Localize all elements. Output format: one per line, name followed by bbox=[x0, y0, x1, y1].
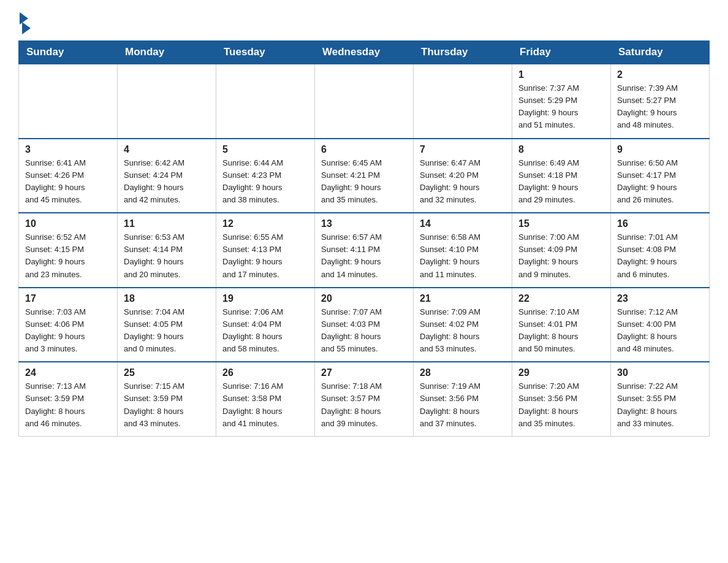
day-info: Sunrise: 6:52 AM Sunset: 4:15 PM Dayligh… bbox=[25, 231, 111, 281]
weekday-header-saturday: Saturday bbox=[611, 41, 710, 64]
day-info: Sunrise: 6:50 AM Sunset: 4:17 PM Dayligh… bbox=[617, 157, 703, 207]
calendar-week-row: 3Sunrise: 6:41 AM Sunset: 4:26 PM Daylig… bbox=[19, 139, 710, 213]
day-number: 16 bbox=[617, 218, 703, 229]
day-number: 27 bbox=[321, 367, 407, 378]
day-info: Sunrise: 7:13 AM Sunset: 3:59 PM Dayligh… bbox=[25, 380, 111, 430]
day-number: 30 bbox=[617, 367, 703, 378]
day-info: Sunrise: 6:47 AM Sunset: 4:20 PM Dayligh… bbox=[420, 157, 506, 207]
day-number: 11 bbox=[124, 218, 210, 229]
calendar-day-cell bbox=[118, 64, 216, 139]
calendar-day-cell: 20Sunrise: 7:07 AM Sunset: 4:03 PM Dayli… bbox=[315, 288, 414, 362]
day-info: Sunrise: 6:41 AM Sunset: 4:26 PM Dayligh… bbox=[25, 157, 111, 207]
weekday-header-thursday: Thursday bbox=[414, 41, 512, 64]
day-number: 29 bbox=[518, 367, 604, 378]
day-number: 1 bbox=[518, 69, 604, 80]
day-info: Sunrise: 6:57 AM Sunset: 4:11 PM Dayligh… bbox=[321, 231, 407, 281]
day-info: Sunrise: 7:06 AM Sunset: 4:04 PM Dayligh… bbox=[222, 306, 308, 356]
calendar-day-cell: 22Sunrise: 7:10 AM Sunset: 4:01 PM Dayli… bbox=[512, 288, 611, 362]
day-number: 4 bbox=[124, 144, 210, 155]
day-info: Sunrise: 6:55 AM Sunset: 4:13 PM Dayligh… bbox=[222, 231, 308, 281]
day-info: Sunrise: 7:19 AM Sunset: 3:56 PM Dayligh… bbox=[420, 380, 506, 430]
day-info: Sunrise: 7:22 AM Sunset: 3:55 PM Dayligh… bbox=[617, 380, 703, 430]
calendar-day-cell: 30Sunrise: 7:22 AM Sunset: 3:55 PM Dayli… bbox=[611, 362, 710, 436]
day-info: Sunrise: 6:58 AM Sunset: 4:10 PM Dayligh… bbox=[420, 231, 506, 281]
calendar-day-cell: 18Sunrise: 7:04 AM Sunset: 4:05 PM Dayli… bbox=[118, 288, 216, 362]
day-number: 24 bbox=[25, 367, 111, 378]
calendar-day-cell: 10Sunrise: 6:52 AM Sunset: 4:15 PM Dayli… bbox=[19, 213, 118, 288]
day-info: Sunrise: 7:01 AM Sunset: 4:08 PM Dayligh… bbox=[617, 231, 703, 281]
day-info: Sunrise: 6:42 AM Sunset: 4:24 PM Dayligh… bbox=[124, 157, 210, 207]
day-info: Sunrise: 6:44 AM Sunset: 4:23 PM Dayligh… bbox=[222, 157, 308, 207]
calendar-day-cell: 9Sunrise: 6:50 AM Sunset: 4:17 PM Daylig… bbox=[611, 139, 710, 213]
calendar-day-cell: 7Sunrise: 6:47 AM Sunset: 4:20 PM Daylig… bbox=[414, 139, 512, 213]
day-info: Sunrise: 7:15 AM Sunset: 3:59 PM Dayligh… bbox=[124, 380, 210, 430]
day-number: 21 bbox=[420, 293, 506, 304]
calendar-week-row: 1Sunrise: 7:37 AM Sunset: 5:29 PM Daylig… bbox=[19, 64, 710, 139]
calendar-day-cell: 17Sunrise: 7:03 AM Sunset: 4:06 PM Dayli… bbox=[19, 288, 118, 362]
calendar-day-cell: 23Sunrise: 7:12 AM Sunset: 4:00 PM Dayli… bbox=[611, 288, 710, 362]
day-info: Sunrise: 6:53 AM Sunset: 4:14 PM Dayligh… bbox=[124, 231, 210, 281]
calendar-week-row: 17Sunrise: 7:03 AM Sunset: 4:06 PM Dayli… bbox=[19, 288, 710, 362]
day-number: 19 bbox=[222, 293, 308, 304]
day-info: Sunrise: 7:18 AM Sunset: 3:57 PM Dayligh… bbox=[321, 380, 407, 430]
day-number: 26 bbox=[222, 367, 308, 378]
day-info: Sunrise: 7:20 AM Sunset: 3:56 PM Dayligh… bbox=[518, 380, 604, 430]
calendar-week-row: 10Sunrise: 6:52 AM Sunset: 4:15 PM Dayli… bbox=[19, 213, 710, 288]
day-info: Sunrise: 7:10 AM Sunset: 4:01 PM Dayligh… bbox=[518, 306, 604, 356]
day-number: 7 bbox=[420, 144, 506, 155]
day-number: 23 bbox=[617, 293, 703, 304]
logo bbox=[18, 12, 33, 34]
day-number: 6 bbox=[321, 144, 407, 155]
calendar-day-cell: 4Sunrise: 6:42 AM Sunset: 4:24 PM Daylig… bbox=[118, 139, 216, 213]
calendar-day-cell: 6Sunrise: 6:45 AM Sunset: 4:21 PM Daylig… bbox=[315, 139, 414, 213]
calendar-day-cell bbox=[414, 64, 512, 139]
day-number: 2 bbox=[617, 69, 703, 80]
day-number: 25 bbox=[124, 367, 210, 378]
day-info: Sunrise: 7:07 AM Sunset: 4:03 PM Dayligh… bbox=[321, 306, 407, 356]
calendar-day-cell bbox=[19, 64, 118, 139]
day-number: 3 bbox=[25, 144, 111, 155]
day-info: Sunrise: 7:00 AM Sunset: 4:09 PM Dayligh… bbox=[518, 231, 604, 281]
day-number: 22 bbox=[518, 293, 604, 304]
day-number: 13 bbox=[321, 218, 407, 229]
day-number: 28 bbox=[420, 367, 506, 378]
calendar-table: SundayMondayTuesdayWednesdayThursdayFrid… bbox=[18, 40, 710, 437]
day-number: 8 bbox=[518, 144, 604, 155]
calendar-day-cell: 19Sunrise: 7:06 AM Sunset: 4:04 PM Dayli… bbox=[216, 288, 315, 362]
calendar-day-cell: 14Sunrise: 6:58 AM Sunset: 4:10 PM Dayli… bbox=[414, 213, 512, 288]
weekday-header-monday: Monday bbox=[118, 41, 216, 64]
calendar-day-cell: 29Sunrise: 7:20 AM Sunset: 3:56 PM Dayli… bbox=[512, 362, 611, 436]
day-number: 9 bbox=[617, 144, 703, 155]
calendar-day-cell: 3Sunrise: 6:41 AM Sunset: 4:26 PM Daylig… bbox=[19, 139, 118, 213]
day-info: Sunrise: 7:39 AM Sunset: 5:27 PM Dayligh… bbox=[617, 82, 703, 132]
page-header bbox=[18, 12, 710, 34]
day-number: 12 bbox=[222, 218, 308, 229]
calendar-day-cell bbox=[216, 64, 315, 139]
weekday-header-friday: Friday bbox=[512, 41, 611, 64]
day-number: 18 bbox=[124, 293, 210, 304]
day-info: Sunrise: 7:16 AM Sunset: 3:58 PM Dayligh… bbox=[222, 380, 308, 430]
calendar-day-cell: 13Sunrise: 6:57 AM Sunset: 4:11 PM Dayli… bbox=[315, 213, 414, 288]
day-number: 5 bbox=[222, 144, 308, 155]
day-number: 10 bbox=[25, 218, 111, 229]
calendar-week-row: 24Sunrise: 7:13 AM Sunset: 3:59 PM Dayli… bbox=[19, 362, 710, 436]
weekday-header-sunday: Sunday bbox=[19, 41, 118, 64]
calendar-day-cell: 5Sunrise: 6:44 AM Sunset: 4:23 PM Daylig… bbox=[216, 139, 315, 213]
calendar-day-cell: 11Sunrise: 6:53 AM Sunset: 4:14 PM Dayli… bbox=[118, 213, 216, 288]
calendar-day-cell: 25Sunrise: 7:15 AM Sunset: 3:59 PM Dayli… bbox=[118, 362, 216, 436]
calendar-day-cell: 28Sunrise: 7:19 AM Sunset: 3:56 PM Dayli… bbox=[414, 362, 512, 436]
calendar-day-cell bbox=[315, 64, 414, 139]
calendar-day-cell: 16Sunrise: 7:01 AM Sunset: 4:08 PM Dayli… bbox=[611, 213, 710, 288]
day-info: Sunrise: 6:45 AM Sunset: 4:21 PM Dayligh… bbox=[321, 157, 407, 207]
calendar-day-cell: 15Sunrise: 7:00 AM Sunset: 4:09 PM Dayli… bbox=[512, 213, 611, 288]
day-info: Sunrise: 7:12 AM Sunset: 4:00 PM Dayligh… bbox=[617, 306, 703, 356]
day-number: 20 bbox=[321, 293, 407, 304]
calendar-day-cell: 12Sunrise: 6:55 AM Sunset: 4:13 PM Dayli… bbox=[216, 213, 315, 288]
calendar-day-cell: 8Sunrise: 6:49 AM Sunset: 4:18 PM Daylig… bbox=[512, 139, 611, 213]
calendar-day-cell: 26Sunrise: 7:16 AM Sunset: 3:58 PM Dayli… bbox=[216, 362, 315, 436]
weekday-header-wednesday: Wednesday bbox=[315, 41, 414, 64]
calendar-day-cell: 27Sunrise: 7:18 AM Sunset: 3:57 PM Dayli… bbox=[315, 362, 414, 436]
logo-arrow-icon-2 bbox=[22, 22, 31, 34]
calendar-header-row: SundayMondayTuesdayWednesdayThursdayFrid… bbox=[19, 41, 710, 64]
day-number: 15 bbox=[518, 218, 604, 229]
